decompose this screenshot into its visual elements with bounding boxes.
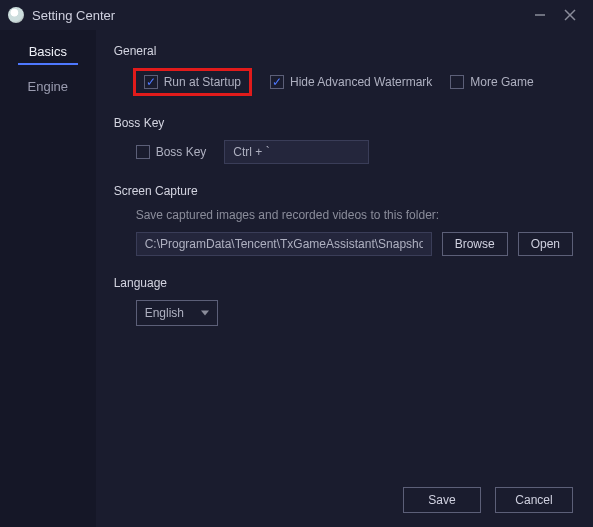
section-screencapture: Screen Capture Save captured images and …: [114, 184, 573, 256]
close-icon: [564, 9, 576, 21]
open-button[interactable]: Open: [518, 232, 573, 256]
sidebar-item-basics[interactable]: Basics: [0, 34, 96, 69]
sidebar: Basics Engine: [0, 30, 96, 527]
sidebar-item-label: Engine: [28, 79, 68, 94]
checkbox-icon: [450, 75, 464, 89]
language-dropdown[interactable]: English: [136, 300, 218, 326]
footer: Save Cancel: [403, 487, 573, 513]
checkbox-run-at-startup[interactable]: Run at Startup: [144, 75, 241, 89]
section-bosskey: Boss Key Boss Key: [114, 116, 573, 164]
close-button[interactable]: [555, 0, 585, 30]
checkbox-icon: [136, 145, 150, 159]
checkbox-label: Hide Advanced Watermark: [290, 75, 432, 89]
checkbox-icon: [144, 75, 158, 89]
dropdown-value: English: [145, 306, 184, 320]
app-icon: [8, 7, 24, 23]
section-title-screencapture: Screen Capture: [114, 184, 573, 198]
checkbox-bosskey[interactable]: Boss Key: [136, 145, 207, 159]
checkbox-more-game[interactable]: More Game: [450, 75, 533, 89]
bosskey-input[interactable]: [224, 140, 369, 164]
section-language: Language English: [114, 276, 573, 326]
checkbox-label: Boss Key: [156, 145, 207, 159]
sidebar-item-engine[interactable]: Engine: [0, 69, 96, 104]
highlight-run-at-startup: Run at Startup: [133, 68, 252, 96]
checkbox-hide-watermark[interactable]: Hide Advanced Watermark: [270, 75, 432, 89]
titlebar: Setting Center: [0, 0, 593, 30]
checkbox-label: More Game: [470, 75, 533, 89]
chevron-down-icon: [201, 309, 209, 317]
cancel-button[interactable]: Cancel: [495, 487, 573, 513]
section-title-bosskey: Boss Key: [114, 116, 573, 130]
content: General Run at Startup Hide Advanced Wat…: [96, 30, 593, 527]
sidebar-item-label: Basics: [29, 44, 67, 59]
browse-button[interactable]: Browse: [442, 232, 508, 256]
minimize-button[interactable]: [525, 0, 555, 30]
window-title: Setting Center: [32, 8, 115, 23]
screencapture-path-input[interactable]: [136, 232, 432, 256]
checkbox-icon: [270, 75, 284, 89]
checkbox-label: Run at Startup: [164, 75, 241, 89]
screencapture-helper: Save captured images and recorded videos…: [114, 208, 573, 222]
minimize-icon: [534, 9, 546, 21]
section-title-language: Language: [114, 276, 573, 290]
save-button[interactable]: Save: [403, 487, 481, 513]
section-title-general: General: [114, 44, 573, 58]
section-general: General Run at Startup Hide Advanced Wat…: [114, 44, 573, 96]
